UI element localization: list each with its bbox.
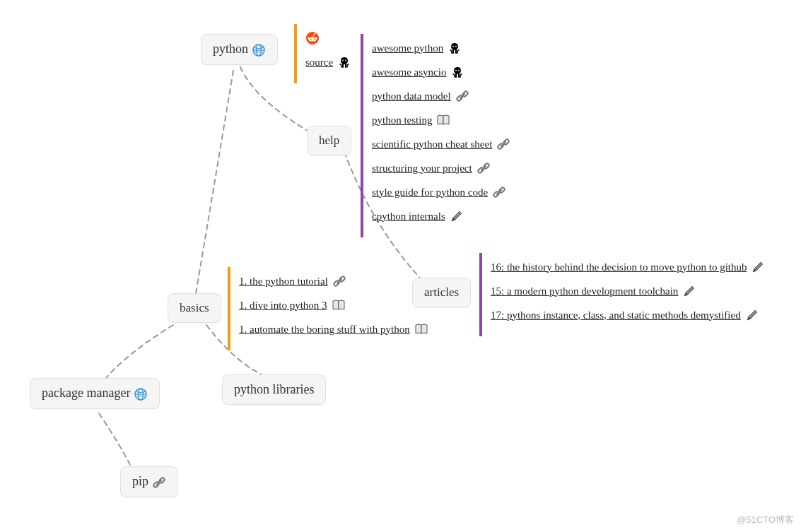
link-label: cpython internals xyxy=(372,211,445,223)
list-item[interactable]: 1. the python tutorial xyxy=(239,274,428,288)
node-basics[interactable]: basics xyxy=(168,293,221,323)
node-package-manager[interactable]: package manager xyxy=(30,378,160,409)
globe-icon xyxy=(252,43,266,57)
list-item[interactable]: 1. dive into python 3 xyxy=(239,298,428,312)
pen-icon xyxy=(751,260,765,274)
link-icon xyxy=(455,89,469,103)
link-label: structuring your project xyxy=(372,162,472,175)
github-icon xyxy=(337,55,351,69)
link-label: python data model xyxy=(372,90,451,102)
link-icon xyxy=(476,161,491,175)
github-icon xyxy=(448,41,462,55)
link-label: awesome python xyxy=(372,42,443,54)
list-item[interactable]: python testing xyxy=(372,113,510,127)
link-label: 1. dive into python 3 xyxy=(239,300,327,312)
node-python[interactable]: python xyxy=(201,34,278,65)
edge-package-pip xyxy=(99,413,131,466)
book-icon xyxy=(414,322,428,336)
list-item[interactable]: 1. automate the boring stuff with python xyxy=(239,322,428,336)
link-label: style guide for python code xyxy=(372,187,488,199)
list-item[interactable]: cpython internals xyxy=(372,209,510,223)
link-icon xyxy=(496,137,510,151)
link-label: python testing xyxy=(372,114,432,126)
node-label: basics xyxy=(180,301,209,314)
basics-links: 1. the python tutorial 1. dive into pyth… xyxy=(228,267,428,350)
list-item[interactable]: 15: a modern python development toolchai… xyxy=(491,284,765,298)
node-label: python xyxy=(213,42,248,56)
book-icon xyxy=(436,113,450,127)
edge-python-basics xyxy=(196,71,233,293)
node-label: python libraries xyxy=(234,382,314,396)
watermark: @51CTO博客 xyxy=(737,514,794,526)
list-item[interactable] xyxy=(305,31,351,45)
articles-links: 16: the history behind the decision to m… xyxy=(479,253,765,336)
link-label: 16: the history behind the decision to m… xyxy=(491,261,747,273)
pen-icon xyxy=(745,308,759,322)
list-item[interactable]: awesome python xyxy=(372,41,510,55)
node-python-libraries[interactable]: python libraries xyxy=(222,374,326,405)
link-label: source xyxy=(305,57,333,69)
pen-icon xyxy=(682,284,696,298)
list-item[interactable]: 16: the history behind the decision to m… xyxy=(491,260,765,274)
globe-icon xyxy=(134,387,148,401)
pen-icon xyxy=(450,209,464,223)
list-item[interactable]: scientific python cheat sheet xyxy=(372,137,510,151)
link-label: 15: a modern python development toolchai… xyxy=(491,285,678,297)
list-item[interactable]: awesome asyncio xyxy=(372,65,510,79)
list-item[interactable]: structuring your project xyxy=(372,161,510,175)
list-item[interactable]: source xyxy=(305,55,351,69)
link-label: awesome asyncio xyxy=(372,66,446,78)
list-item[interactable]: style guide for python code xyxy=(372,185,510,199)
link-label: 17: pythons instance, class, and static … xyxy=(491,309,741,321)
node-label: help xyxy=(319,134,339,147)
node-label: pip xyxy=(132,474,148,488)
link-icon xyxy=(152,475,166,490)
python-links: source xyxy=(294,24,351,83)
node-label: articles xyxy=(424,285,459,299)
github-icon xyxy=(450,65,464,79)
edge-basics-package xyxy=(106,325,173,378)
node-help[interactable]: help xyxy=(307,126,351,155)
node-pip[interactable]: pip xyxy=(120,466,178,497)
link-icon xyxy=(332,274,346,288)
help-links: awesome python awesome asyncio python da… xyxy=(361,34,510,237)
link-icon xyxy=(492,185,506,199)
list-item[interactable]: python data model xyxy=(372,89,510,103)
link-label: 1. the python tutorial xyxy=(239,276,328,288)
list-item[interactable]: 17: pythons instance, class, and static … xyxy=(491,308,765,322)
book-icon xyxy=(332,298,346,312)
link-label: 1. automate the boring stuff with python xyxy=(239,324,410,336)
reddit-icon xyxy=(305,31,320,45)
link-label: scientific python cheat sheet xyxy=(372,138,492,150)
node-label: package manager xyxy=(42,386,130,400)
